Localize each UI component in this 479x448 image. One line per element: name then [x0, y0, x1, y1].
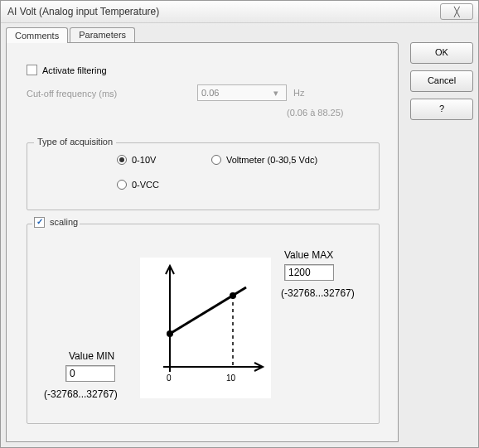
- checkbox-icon: [27, 65, 37, 75]
- dropdown-arrow-icon: ▾: [269, 88, 283, 99]
- value-min-input[interactable]: [65, 365, 115, 382]
- radio-0-10v-label: 0-10V: [132, 155, 156, 165]
- radio-icon: [117, 155, 127, 165]
- ok-button[interactable]: OK: [410, 42, 473, 64]
- axis-label-10: 10: [226, 373, 235, 383]
- cutoff-value: 0.06: [201, 88, 219, 98]
- scaling-label: scaling: [50, 217, 78, 227]
- close-icon: ╳: [454, 7, 460, 17]
- radio-0-vcc-label: 0-VCC: [132, 180, 159, 190]
- acquisition-group: Type of acquisition 0-10V Voltmeter (0-3…: [27, 142, 380, 210]
- scaling-graph-icon: [140, 258, 271, 398]
- acquisition-legend: Type of acquisition: [34, 137, 116, 147]
- value-min-label: Value MIN: [69, 350, 114, 362]
- scaling-graph: 0 10: [140, 258, 271, 398]
- value-max-input[interactable]: [284, 264, 334, 281]
- tab-parameters[interactable]: Parameters: [70, 27, 135, 42]
- help-button[interactable]: ?: [410, 99, 473, 120]
- titlebar: AI Volt (Analog input Temperature) ╳: [1, 1, 478, 23]
- value-max-range: (-32768...32767): [281, 287, 355, 299]
- cancel-button[interactable]: Cancel: [410, 70, 473, 92]
- dialog-window: AI Volt (Analog input Temperature) ╳ OK …: [0, 0, 479, 448]
- radio-icon: [211, 155, 221, 165]
- radio-voltmeter-label: Voltmeter (0-30,5 Vdc): [226, 155, 317, 165]
- value-max-label: Value MAX: [284, 249, 333, 261]
- tab-comments[interactable]: Comments: [6, 27, 68, 43]
- cutoff-range: (0.06 à 88.25): [287, 108, 344, 118]
- scaling-checkbox[interactable]: ✓ scaling: [34, 217, 78, 228]
- radio-0-10v[interactable]: 0-10V: [117, 155, 156, 165]
- scaling-legend-wrap: ✓ scaling: [32, 216, 80, 228]
- value-min-range: (-32768...32767): [44, 388, 118, 400]
- radio-0-vcc[interactable]: 0-VCC: [117, 180, 159, 190]
- radio-icon: [117, 180, 127, 190]
- client-area: OK Cancel ? Comments Parameters Activate…: [6, 26, 473, 442]
- activate-filtering-checkbox[interactable]: Activate filtering: [27, 65, 107, 75]
- tab-control: Comments Parameters Activate filtering C…: [6, 26, 399, 442]
- window-title: AI Volt (Analog input Temperature): [7, 6, 159, 17]
- cutoff-unit: Hz: [293, 88, 304, 98]
- tab-strip: Comments Parameters: [6, 26, 399, 42]
- close-button[interactable]: ╳: [440, 3, 473, 20]
- axis-label-0: 0: [167, 373, 172, 383]
- svg-point-3: [167, 330, 173, 337]
- cutoff-frequency-select: 0.06 ▾: [197, 84, 287, 101]
- dialog-buttons: OK Cancel ?: [410, 42, 473, 120]
- tab-page: Activate filtering Cut-off frequency (ms…: [6, 42, 399, 442]
- checkbox-icon: ✓: [34, 217, 45, 228]
- activate-filtering-label: Activate filtering: [42, 65, 107, 75]
- cutoff-label: Cut-off frequency (ms): [27, 89, 117, 99]
- scaling-group: ✓ scaling Value MAX (-32768...32767) Val…: [27, 224, 380, 424]
- radio-voltmeter[interactable]: Voltmeter (0-30,5 Vdc): [211, 155, 317, 165]
